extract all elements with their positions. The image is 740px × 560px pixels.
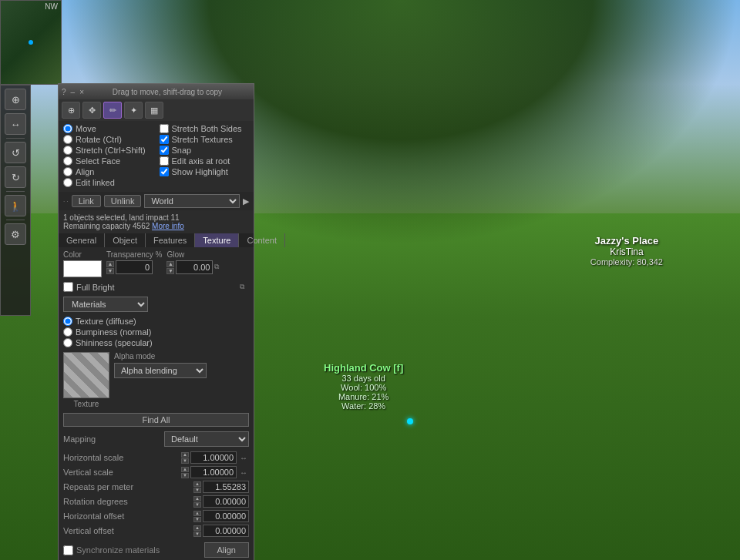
color-col: Color bbox=[63, 250, 102, 277]
glow-input[interactable] bbox=[176, 260, 213, 274]
rotation-input[interactable] bbox=[203, 495, 249, 508]
rotation-up-arrow[interactable]: ▲ bbox=[193, 496, 201, 501]
vert-scale-up-arrow[interactable]: ▲ bbox=[181, 467, 189, 472]
toolbar-focus-btn[interactable]: ⊕ bbox=[5, 89, 26, 110]
texture-preview-row: Texture Alpha mode None Alpha blending A… bbox=[63, 352, 249, 408]
color-swatch[interactable] bbox=[63, 260, 102, 277]
tab-texture[interactable]: Texture bbox=[195, 233, 239, 247]
toolbar-settings-btn[interactable]: ⚙ bbox=[5, 223, 26, 245]
option-move-radio[interactable] bbox=[63, 124, 72, 133]
horiz-offset-input-group: ▲ ▼ bbox=[193, 510, 249, 522]
option-select-face-radio[interactable] bbox=[63, 156, 72, 166]
options-section: Move Rotate (Ctrl) Stretch (Ctrl+Shift) … bbox=[59, 121, 254, 192]
texture-normal-option: Bumpiness (normal) bbox=[63, 327, 249, 337]
materials-select[interactable]: Materials Blinn-Phong bbox=[63, 297, 148, 312]
tool-create-icon[interactable]: ✦ bbox=[124, 102, 143, 119]
texture-specular-radio[interactable] bbox=[63, 338, 72, 347]
find-all-button[interactable]: Find All bbox=[63, 413, 249, 427]
color-label: Color bbox=[63, 250, 102, 259]
glow-copy-icon[interactable]: ⧉ bbox=[214, 263, 224, 272]
panel-titlebar: ? – × Drag to move, shift-drag to copy bbox=[59, 84, 254, 99]
texture-specular-label: Shininess (specular) bbox=[76, 338, 153, 347]
glow-up-arrow[interactable]: ▲ bbox=[166, 261, 174, 267]
vert-scale-down-arrow[interactable]: ▼ bbox=[181, 473, 189, 478]
tool-land-icon[interactable]: ▦ bbox=[145, 102, 163, 119]
option-stretch-both-checkbox[interactable] bbox=[160, 124, 169, 133]
transparency-down-arrow[interactable]: ▼ bbox=[106, 268, 114, 274]
tab-general[interactable]: General bbox=[59, 233, 105, 247]
link-button[interactable]: Link bbox=[72, 195, 101, 207]
materials-row: Materials Blinn-Phong bbox=[63, 297, 249, 312]
toolbar-move-btn[interactable]: ↔ bbox=[5, 113, 26, 135]
jazzy-place-label: Jazzy's Place KrisTina Complexity: 80,34… bbox=[590, 235, 663, 267]
alpha-mode-label: Alpha mode bbox=[114, 352, 249, 360]
horiz-scale-down-arrow[interactable]: ▼ bbox=[181, 458, 189, 464]
unlink-button[interactable]: Unlink bbox=[104, 195, 142, 207]
texture-preview-swatch[interactable] bbox=[63, 352, 109, 398]
toolbar-person-btn[interactable]: 🚶 bbox=[5, 195, 26, 216]
align-button[interactable]: Align bbox=[204, 542, 249, 558]
texture-normal-radio[interactable] bbox=[63, 327, 72, 337]
vert-offset-arrows: ▲ ▼ bbox=[193, 525, 201, 537]
vert-offset-up-arrow[interactable]: ▲ bbox=[193, 525, 201, 531]
texture-diffuse-radio[interactable] bbox=[63, 317, 72, 326]
alpha-mode-select[interactable]: None Alpha blending Alpha masking Emissi… bbox=[114, 363, 207, 378]
repeats-input-group: ▲ ▼ bbox=[193, 481, 249, 493]
tool-move-icon[interactable]: ✥ bbox=[82, 102, 101, 119]
option-stretch-textures-checkbox[interactable] bbox=[160, 135, 169, 144]
tab-features[interactable]: Features bbox=[146, 233, 195, 247]
option-edit-linked: Edit linked bbox=[63, 178, 153, 187]
toolbar-rotate-right-btn[interactable]: ↻ bbox=[5, 166, 26, 188]
horiz-offset-row: Horizontal offset ▲ ▼ bbox=[63, 510, 249, 522]
vert-offset-input-group: ▲ ▼ bbox=[193, 525, 249, 537]
option-show-highlight-checkbox[interactable] bbox=[160, 167, 169, 176]
tab-object[interactable]: Object bbox=[105, 233, 146, 247]
horiz-offset-down-arrow[interactable]: ▼ bbox=[193, 517, 201, 522]
glow-down-arrow[interactable]: ▼ bbox=[166, 268, 174, 274]
texture-preview-col: Texture bbox=[63, 352, 109, 408]
horiz-scale-up-arrow[interactable]: ▲ bbox=[181, 452, 189, 458]
repeats-input[interactable] bbox=[203, 481, 249, 493]
panel-minimize-icon[interactable]: – bbox=[71, 88, 76, 96]
vert-scale-link-icon[interactable]: ↔ bbox=[238, 467, 249, 478]
transparency-input[interactable] bbox=[116, 260, 153, 274]
transparency-up-arrow[interactable]: ▲ bbox=[106, 261, 114, 267]
option-stretch-textures-label: Stretch Textures bbox=[172, 135, 233, 144]
toolbar-rotate-left-btn[interactable]: ↺ bbox=[5, 142, 26, 163]
vert-offset-down-arrow[interactable]: ▼ bbox=[193, 531, 201, 537]
panel-help-icon[interactable]: ? bbox=[62, 88, 66, 96]
tool-edit-icon[interactable]: ✏ bbox=[103, 102, 122, 119]
minimap-compass: NW bbox=[45, 2, 58, 11]
left-toolbar: ⊕ ↔ ↺ ↻ 🚶 ⚙ bbox=[0, 85, 31, 316]
option-snap-checkbox[interactable] bbox=[160, 146, 169, 155]
mapping-select[interactable]: Default Planar bbox=[164, 431, 249, 447]
horiz-offset-input[interactable] bbox=[203, 510, 249, 522]
option-snap: Snap bbox=[160, 146, 250, 155]
rotation-down-arrow[interactable]: ▼ bbox=[193, 502, 201, 508]
more-info-link[interactable]: More info bbox=[152, 222, 184, 230]
option-edit-linked-radio[interactable] bbox=[63, 178, 72, 187]
edit-panel: ? – × Drag to move, shift-drag to copy ⊕… bbox=[58, 83, 254, 560]
horiz-scale-link-icon[interactable]: ↔ bbox=[238, 452, 249, 463]
horizontal-scale-input-group: ▲ ▼ ↔ bbox=[181, 451, 249, 464]
tab-content[interactable]: Content bbox=[239, 233, 285, 247]
option-move-label: Move bbox=[76, 124, 96, 133]
repeats-down-arrow[interactable]: ▼ bbox=[193, 488, 201, 493]
option-show-highlight: Show Highlight bbox=[160, 167, 250, 176]
repeats-up-arrow[interactable]: ▲ bbox=[193, 481, 201, 487]
world-select[interactable]: World Local Reference bbox=[144, 194, 240, 208]
vert-offset-input[interactable] bbox=[203, 525, 249, 537]
sync-materials-checkbox[interactable] bbox=[63, 545, 73, 555]
vertical-scale-input[interactable] bbox=[190, 466, 237, 478]
full-bright-copy-icon[interactable]: ⧉ bbox=[240, 283, 249, 292]
option-align-radio[interactable] bbox=[63, 167, 72, 176]
option-stretch-radio[interactable] bbox=[63, 146, 72, 155]
full-bright-checkbox[interactable] bbox=[63, 282, 73, 292]
option-edit-axis-checkbox[interactable] bbox=[160, 156, 169, 166]
horiz-offset-up-arrow[interactable]: ▲ bbox=[193, 511, 201, 516]
texture-radio-group: Texture (diffuse) Bumpiness (normal) Shi… bbox=[63, 317, 249, 347]
tool-focus-icon[interactable]: ⊕ bbox=[62, 102, 80, 119]
option-rotate-radio[interactable] bbox=[63, 135, 72, 144]
vertical-scale-label: Vertical scale bbox=[63, 468, 181, 477]
horizontal-scale-input[interactable] bbox=[190, 451, 237, 464]
